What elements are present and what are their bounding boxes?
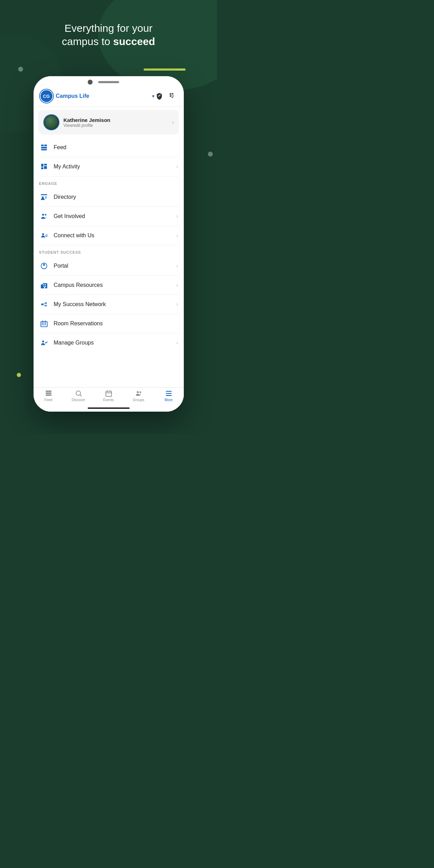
menu-item-network[interactable]: My Success Network ›	[38, 295, 179, 314]
feed-icon	[39, 143, 49, 152]
svg-rect-65	[166, 391, 172, 392]
manage-groups-label: Manage Groups	[54, 340, 176, 346]
nav-discover[interactable]: Discover	[64, 390, 94, 402]
menu-item-feed[interactable]: Feed	[38, 138, 179, 157]
section-student-success: STUDENT SUCCESS	[38, 245, 179, 256]
svg-rect-50	[45, 324, 46, 325]
nav-groups[interactable]: Groups	[124, 390, 154, 402]
nav-discover-label: Discover	[72, 398, 85, 402]
menu-item-activity[interactable]: My Activity ›	[38, 157, 179, 176]
nav-discover-icon	[74, 390, 83, 397]
profile-chevron-icon: ›	[172, 119, 174, 125]
svg-rect-36	[43, 286, 44, 287]
svg-rect-52	[45, 320, 45, 323]
svg-rect-55	[45, 392, 51, 394]
bg-dot-3	[17, 373, 21, 377]
svg-rect-12	[41, 145, 43, 146]
svg-rect-23	[45, 197, 47, 198]
svg-point-25	[42, 214, 44, 216]
svg-rect-9	[173, 96, 173, 97]
menu-item-resources[interactable]: Campus Resources ›	[38, 276, 179, 295]
svg-point-57	[76, 391, 80, 396]
menu-item-connect[interactable]: Connect with Us ›	[38, 226, 179, 245]
svg-rect-1	[169, 95, 171, 95]
svg-rect-60	[107, 390, 108, 392]
svg-rect-54	[45, 391, 51, 392]
svg-point-39	[41, 303, 43, 305]
involved-icon	[39, 211, 49, 221]
svg-rect-22	[45, 196, 47, 197]
svg-rect-8	[173, 95, 174, 96]
svg-rect-6	[171, 95, 172, 96]
svg-point-63	[137, 391, 139, 393]
home-bar	[88, 407, 130, 409]
menu-item-portal[interactable]: Portal ›	[38, 256, 179, 276]
svg-rect-20	[41, 194, 47, 195]
resources-icon	[39, 280, 49, 290]
directory-label: Directory	[54, 194, 178, 200]
svg-rect-14	[41, 147, 47, 149]
header-icons	[154, 91, 178, 101]
nav-feed-label: Feed	[44, 398, 52, 402]
app-logo: CG	[40, 89, 53, 103]
svg-rect-4	[172, 93, 173, 95]
nav-feed-icon	[44, 390, 53, 397]
hero-line1: Everything for your	[14, 22, 203, 35]
svg-rect-59	[106, 391, 111, 397]
connect-label: Connect with Us	[54, 232, 176, 239]
bg-dot-2	[208, 152, 213, 157]
svg-point-41	[45, 305, 47, 306]
svg-point-40	[45, 302, 47, 304]
activity-label: My Activity	[54, 164, 176, 170]
svg-rect-61	[109, 390, 110, 392]
portal-chevron-icon: ›	[176, 263, 178, 269]
app-header: CG Campus Life ▾	[34, 86, 184, 107]
menu-item-involved[interactable]: Get Involved ›	[38, 207, 179, 226]
svg-point-26	[45, 214, 46, 216]
hero-line2: campus to succeed	[14, 35, 203, 48]
svg-point-30	[43, 266, 44, 267]
title-chevron-icon[interactable]: ▾	[152, 93, 154, 99]
svg-rect-5	[173, 93, 173, 94]
profile-card[interactable]: Katherine Jemison View/edit profile ›	[38, 110, 179, 135]
svg-rect-11	[171, 97, 172, 98]
svg-point-64	[139, 391, 141, 393]
svg-rect-62	[106, 392, 111, 393]
feed-label: Feed	[54, 144, 178, 151]
network-label: My Success Network	[54, 301, 176, 308]
nav-feed[interactable]: Feed	[34, 390, 64, 402]
app-title[interactable]: Campus Life	[56, 93, 151, 99]
menu-item-directory[interactable]: Directory	[38, 188, 179, 207]
menu-item-manage-groups[interactable]: Manage Groups ›	[38, 333, 179, 352]
svg-rect-51	[42, 320, 43, 323]
svg-point-53	[42, 341, 44, 343]
svg-rect-24	[45, 198, 46, 199]
svg-rect-7	[172, 95, 173, 96]
avatar-image	[45, 116, 58, 129]
svg-rect-35	[45, 284, 46, 285]
home-indicator	[34, 405, 184, 412]
hero-section: Everything for your campus to succeed	[0, 22, 217, 48]
nav-events-icon	[104, 390, 113, 397]
phone-camera	[88, 80, 93, 85]
menu-item-rooms[interactable]: Room Reservations	[38, 314, 179, 333]
svg-rect-19	[41, 167, 43, 169]
svg-rect-2	[169, 95, 171, 97]
involved-label: Get Involved	[54, 213, 176, 219]
svg-rect-46	[43, 323, 44, 324]
svg-rect-49	[43, 324, 44, 325]
svg-rect-10	[172, 97, 173, 98]
activity-chevron-icon: ›	[176, 164, 178, 170]
qr-icon[interactable]	[168, 91, 178, 101]
connect-icon	[39, 231, 49, 240]
nav-more[interactable]: More	[154, 390, 184, 402]
svg-line-43	[43, 305, 45, 305]
manage-groups-chevron-icon: ›	[176, 340, 178, 346]
svg-rect-38	[44, 287, 45, 289]
profile-info: Katherine Jemison View/edit profile	[64, 117, 172, 128]
nav-events[interactable]: Events	[94, 390, 124, 402]
shield-icon[interactable]	[154, 91, 164, 101]
bottom-nav: Feed Discover	[34, 387, 184, 405]
svg-rect-66	[166, 393, 172, 394]
rooms-icon	[39, 319, 49, 328]
